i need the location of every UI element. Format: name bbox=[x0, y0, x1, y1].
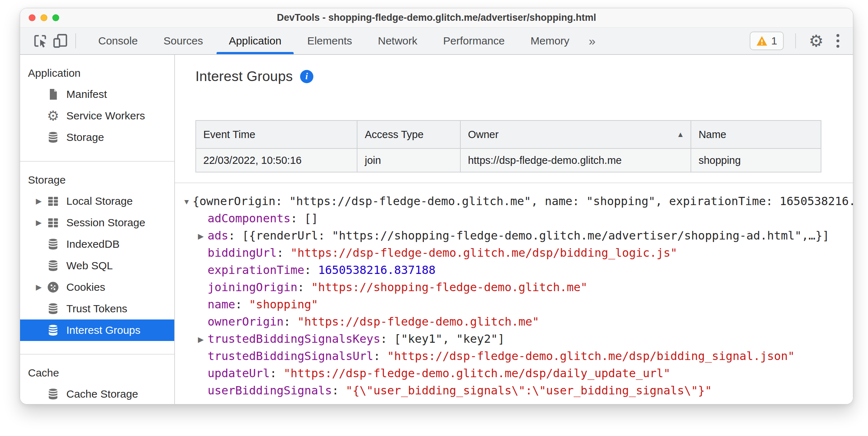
settings-button[interactable]: ⚙ bbox=[807, 33, 825, 49]
tab-elements[interactable]: Elements bbox=[294, 28, 365, 54]
more-tabs-button[interactable]: » bbox=[582, 28, 602, 54]
interest-groups-events-table: Event Time Access Type Owner ▲ Name bbox=[195, 120, 821, 172]
tree-property-row[interactable]: ▶ads: [{renderUrl: "https://shopping-fle… bbox=[183, 227, 853, 244]
page-heading: Interest Groups i bbox=[195, 68, 313, 84]
sidebar-item-label: Web SQL bbox=[66, 260, 113, 272]
database-icon bbox=[46, 237, 60, 251]
sidebar-item-label: IndexedDB bbox=[66, 238, 119, 250]
panel-tabs: Console Sources Application Elements Net… bbox=[85, 28, 602, 54]
sidebar-item-cache-storage[interactable]: Cache Storage bbox=[20, 383, 174, 404]
titlebar: DevTools - shopping-fledge-demo.glitch.m… bbox=[20, 8, 853, 28]
sidebar-item-local-storage[interactable]: ▶ Local Storage bbox=[20, 190, 174, 212]
sidebar-item-manifest[interactable]: Manifest bbox=[20, 84, 174, 105]
sidebar-item-label: Cache Storage bbox=[66, 388, 138, 400]
table-grid-icon bbox=[46, 215, 60, 230]
traffic-lights bbox=[29, 8, 59, 27]
page-title: Interest Groups bbox=[195, 68, 293, 84]
interest-groups-view: Interest Groups i Event Time Access Type… bbox=[175, 55, 853, 404]
sidebar-item-session-storage[interactable]: ▶ Session Storage bbox=[20, 212, 174, 233]
chevron-double-right-icon: » bbox=[589, 34, 596, 48]
tab-application[interactable]: Application bbox=[216, 28, 294, 54]
tree-property-row: biddingUrl: "https://dsp-fledge-demo.gli… bbox=[183, 244, 853, 261]
sidebar-item-label: Session Storage bbox=[66, 217, 145, 229]
section-title-storage: Storage bbox=[20, 170, 174, 190]
sidebar-item-storage[interactable]: Storage bbox=[20, 127, 174, 148]
sidebar-item-indexeddb[interactable]: IndexedDB bbox=[20, 233, 174, 255]
info-icon[interactable]: i bbox=[300, 70, 313, 83]
sidebar-section-cache: Cache Cache Storage bbox=[20, 355, 174, 404]
sidebar-item-label: Interest Groups bbox=[66, 324, 141, 336]
sidebar-item-label: Cookies bbox=[66, 281, 105, 293]
sidebar-item-label: Manifest bbox=[66, 88, 107, 100]
document-icon bbox=[46, 87, 60, 101]
expand-arrow-icon[interactable]: ▶ bbox=[198, 228, 208, 245]
column-header-name[interactable]: Name bbox=[691, 120, 821, 148]
section-title-application: Application bbox=[20, 63, 174, 84]
window-title: DevTools - shopping-fledge-demo.glitch.m… bbox=[277, 12, 596, 23]
application-sidebar: Application Manifest ⚙ Service Workers bbox=[20, 55, 175, 404]
column-header-owner[interactable]: Owner ▲ bbox=[460, 120, 691, 148]
database-icon bbox=[46, 323, 60, 337]
expand-arrow-icon[interactable]: ▶ bbox=[36, 218, 46, 227]
close-window-button[interactable] bbox=[29, 14, 35, 21]
sidebar-item-service-workers[interactable]: ⚙ Service Workers bbox=[20, 105, 174, 127]
sidebar-item-label: Trust Tokens bbox=[66, 303, 127, 315]
toolbar-separator bbox=[75, 33, 76, 48]
issues-counter-button[interactable]: 1 bbox=[750, 32, 784, 50]
issues-count: 1 bbox=[771, 35, 777, 47]
tree-property-row: userBiddingSignals: "{\"user_bidding_sig… bbox=[183, 382, 853, 399]
cookie-icon bbox=[46, 280, 60, 294]
gear-icon: ⚙ bbox=[46, 109, 60, 123]
toolbar-right-cluster: 1 ⚙ bbox=[750, 32, 844, 50]
tab-console[interactable]: Console bbox=[85, 28, 151, 54]
tree-property-row: expirationTime: 1650538216.837188 bbox=[183, 261, 853, 279]
expand-arrow-icon[interactable]: ▶ bbox=[36, 283, 46, 292]
column-header-event-time[interactable]: Event Time bbox=[196, 120, 357, 148]
devtools-toolbar: Console Sources Application Elements Net… bbox=[20, 28, 853, 55]
tab-performance[interactable]: Performance bbox=[430, 28, 518, 54]
expand-arrow-icon[interactable]: ▶ bbox=[198, 331, 208, 348]
tab-network[interactable]: Network bbox=[365, 28, 430, 54]
sidebar-item-trust-tokens[interactable]: Trust Tokens bbox=[20, 298, 174, 319]
sidebar-item-label: Service Workers bbox=[66, 110, 145, 122]
database-icon bbox=[46, 302, 60, 316]
collapse-arrow-icon[interactable]: ▼ bbox=[183, 193, 193, 210]
zoom-window-button[interactable] bbox=[52, 14, 59, 21]
tree-root-row[interactable]: ▼{ownerOrigin: "https://dsp-fledge-demo.… bbox=[183, 193, 853, 210]
database-icon bbox=[46, 387, 60, 401]
cell-event-time: 22/03/2022, 10:50:16 bbox=[196, 148, 357, 172]
tree-property-row: updateUrl: "https://dsp-fledge-demo.glit… bbox=[183, 365, 853, 382]
cell-access-type: join bbox=[357, 148, 460, 172]
application-panel: Application Manifest ⚙ Service Workers bbox=[20, 55, 853, 404]
sidebar-section-storage: Storage ▶ Local Storage ▶ Session Storag… bbox=[20, 162, 174, 355]
inspect-element-button[interactable] bbox=[30, 31, 50, 51]
sidebar-item-cookies[interactable]: ▶ Cookies bbox=[20, 276, 174, 298]
warning-triangle-icon bbox=[756, 35, 768, 46]
tab-sources[interactable]: Sources bbox=[151, 28, 216, 54]
database-icon bbox=[46, 259, 60, 273]
sidebar-item-web-sql[interactable]: Web SQL bbox=[20, 255, 174, 276]
table-header-row: Event Time Access Type Owner ▲ Name bbox=[196, 120, 821, 148]
toolbar-separator bbox=[795, 33, 796, 48]
column-header-access-type[interactable]: Access Type bbox=[357, 120, 460, 148]
tree-property-row: name: "shopping" bbox=[183, 296, 853, 313]
sort-ascending-icon: ▲ bbox=[677, 130, 684, 139]
device-toolbar-icon bbox=[52, 33, 68, 49]
minimize-window-button[interactable] bbox=[41, 14, 47, 21]
sidebar-item-interest-groups[interactable]: Interest Groups bbox=[20, 319, 174, 341]
sidebar-section-application: Application Manifest ⚙ Service Workers bbox=[20, 55, 174, 162]
gear-icon: ⚙ bbox=[809, 32, 824, 50]
section-title-cache: Cache bbox=[20, 363, 174, 383]
tree-property-row: joiningOrigin: "https://shopping-fledge-… bbox=[183, 279, 853, 296]
table-row[interactable]: 22/03/2022, 10:50:16 join https://dsp-fl… bbox=[196, 148, 821, 172]
tree-property-row[interactable]: ▶trustedBiddingSignalsKeys: ["key1", "ke… bbox=[183, 330, 853, 347]
customize-devtools-button[interactable] bbox=[831, 32, 844, 50]
active-tab-underline bbox=[217, 52, 294, 54]
device-toolbar-toggle-button[interactable] bbox=[50, 31, 70, 51]
tab-memory[interactable]: Memory bbox=[518, 28, 582, 54]
table-grid-icon bbox=[46, 194, 60, 208]
expand-arrow-icon[interactable]: ▶ bbox=[36, 197, 46, 205]
tree-property-row: adComponents: [] bbox=[183, 210, 853, 227]
cell-name: shopping bbox=[691, 148, 821, 172]
database-icon bbox=[46, 130, 60, 144]
